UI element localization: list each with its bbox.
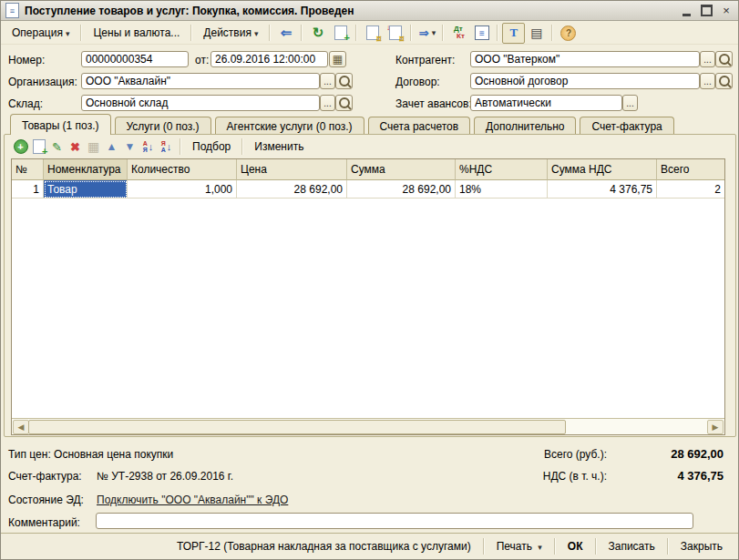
cell-total[interactable]: 2 (657, 180, 724, 199)
table-row[interactable]: 1 Товар 1,000 28 692,00 28 692,00 18% 4 … (12, 180, 724, 199)
posting-mode-button[interactable]: Т (502, 23, 525, 44)
torg12-button[interactable]: ТОРГ-12 (Товарная накладная за поставщик… (169, 536, 479, 556)
number-label: Номер: (8, 54, 45, 66)
pencil-icon: ✎ (52, 140, 62, 154)
cell-sum[interactable]: 28 692,00 (347, 180, 456, 199)
toolbar-separator (301, 25, 303, 41)
sort-asc-button[interactable]: АЯ↓ (139, 138, 157, 155)
toolbar-separator (80, 25, 82, 41)
number-input[interactable] (81, 51, 189, 67)
close-form-button[interactable]: Закрыть (672, 536, 731, 556)
change-button[interactable]: Изменить (247, 138, 311, 155)
help-button[interactable]: ? (557, 23, 580, 44)
write-button[interactable]: Записать (600, 536, 663, 556)
calendar-icon: ▦ (333, 53, 343, 66)
copy-document-button[interactable]: + (329, 23, 352, 44)
rows-icon: ▤ (530, 25, 542, 40)
edit-row-button[interactable]: ✎ (48, 138, 66, 155)
maximize-button[interactable] (699, 4, 713, 17)
advances-input[interactable] (470, 95, 622, 111)
cell-row-number[interactable]: 1 (12, 180, 44, 199)
column-header-quantity[interactable]: Количество (128, 159, 237, 180)
sort-desc-button[interactable]: ЯА↓ (158, 138, 175, 155)
dt-kt-postings-button[interactable]: ДтКт (447, 23, 470, 44)
help-icon: ? (560, 25, 576, 41)
column-header-total[interactable]: Всего (657, 159, 724, 180)
calendar-button[interactable]: ▦ (329, 51, 346, 67)
magnifier-icon (339, 97, 350, 108)
column-header-price[interactable]: Цена (237, 159, 347, 180)
add-row-button[interactable]: + (12, 138, 29, 155)
copy-row-button[interactable]: + (30, 138, 47, 155)
move-up-button[interactable]: ▲ (103, 138, 120, 155)
magnifier-icon (719, 54, 730, 65)
column-header-nomenclature[interactable]: Номенклатура (44, 159, 128, 180)
move-down-button[interactable]: ▼ (121, 138, 139, 155)
add-icon: + (14, 139, 28, 154)
column-header-vat-sum[interactable]: Сумма НДС (548, 159, 657, 180)
footer-separator (483, 538, 485, 555)
tab-goods[interactable]: Товары (1 поз.) (10, 114, 111, 135)
refresh-button[interactable]: ↻ (306, 23, 329, 44)
toolbar-separator (410, 25, 412, 41)
ed-connect-link[interactable]: Подключить "ООО "Аквалайн"" к ЭДО (97, 494, 288, 506)
column-header-sum[interactable]: Сумма (347, 159, 456, 180)
pick-button[interactable]: Подбор (185, 138, 238, 155)
organization-input[interactable] (81, 73, 320, 89)
invoice-value: № УТ-2938 от 26.09.2016 г. (97, 470, 233, 483)
tab-invoice[interactable]: Счет-фактура (580, 117, 673, 135)
post-document-button[interactable]: ⇐ (274, 23, 297, 44)
contract-select-button[interactable]: ... (700, 73, 715, 89)
tab-additional[interactable]: Дополнительно (474, 117, 576, 135)
comment-input[interactable] (96, 513, 693, 529)
column-header-vat-percent[interactable]: %НДС (456, 159, 548, 180)
date-input[interactable] (210, 51, 328, 67)
column-header-number[interactable]: № (12, 159, 44, 180)
menu-prices-currency[interactable]: Цены и валюта... (86, 23, 187, 43)
structure-icon: ≡ (475, 25, 489, 40)
scroll-right-button[interactable]: ▶ (707, 420, 724, 434)
cell-price[interactable]: 28 692,00 (237, 180, 347, 199)
organization-select-button[interactable]: ... (320, 73, 335, 89)
print-button[interactable]: Печать ▾ (488, 536, 550, 556)
comment-label: Комментарий: (8, 516, 80, 529)
menu-operation[interactable]: Операция▾ (5, 23, 77, 43)
goods-receipt-button[interactable]: ¤ (361, 23, 384, 44)
warehouse-open-button[interactable] (335, 95, 353, 111)
tab-agent-services[interactable]: Агентские услуги (0 поз.) (215, 117, 364, 135)
tab-settlement-accounts[interactable]: Счета расчетов (368, 117, 471, 135)
close-button[interactable]: × (719, 4, 734, 17)
table-header-row: № Номенклатура Количество Цена Сумма %НД… (12, 159, 724, 180)
cell-vat-percent[interactable]: 18% (456, 180, 548, 199)
cell-quantity[interactable]: 1,000 (128, 180, 237, 199)
save-order-button[interactable]: ▦ (85, 138, 102, 155)
cell-nomenclature-selected[interactable]: Товар (44, 180, 128, 199)
scrollbar-thumb[interactable] (28, 420, 566, 434)
magnifier-icon (339, 76, 350, 87)
delete-row-button[interactable]: ✖ (67, 138, 84, 155)
window-title: Поступление товаров и услуг: Покупка, ко… (25, 5, 679, 17)
tab-services[interactable]: Услуги (0 поз.) (115, 117, 211, 135)
counterparty-select-button[interactable]: ... (700, 51, 715, 67)
horizontal-scrollbar[interactable]: ◀ ▶ (12, 418, 724, 434)
goods-return-button[interactable]: ↓¤ (384, 23, 406, 44)
scroll-left-button[interactable]: ◀ (13, 420, 29, 434)
ok-button[interactable]: ОК (559, 536, 591, 556)
menu-actions[interactable]: Действия▾ (196, 23, 265, 43)
minimize-button[interactable] (679, 4, 693, 17)
list-settings-button[interactable]: ▤ (525, 23, 548, 44)
document-structure-button[interactable]: ≡ (470, 23, 493, 44)
delete-icon: ✖ (70, 140, 80, 154)
warehouse-select-button[interactable]: ... (320, 95, 335, 111)
organization-open-button[interactable] (335, 73, 353, 89)
price-type-line: Тип цен: Основная цена покупки (8, 448, 173, 461)
contract-input[interactable] (470, 73, 700, 89)
counterparty-input[interactable] (470, 51, 700, 67)
warehouse-input[interactable] (81, 95, 320, 111)
go-to-button[interactable]: ⇒▾ (416, 23, 438, 44)
window-controls: × (679, 4, 734, 17)
advances-select-button[interactable]: ... (622, 95, 638, 111)
contract-open-button[interactable] (715, 73, 733, 89)
counterparty-open-button[interactable] (715, 51, 733, 67)
cell-vat-sum[interactable]: 4 376,75 (548, 180, 657, 199)
